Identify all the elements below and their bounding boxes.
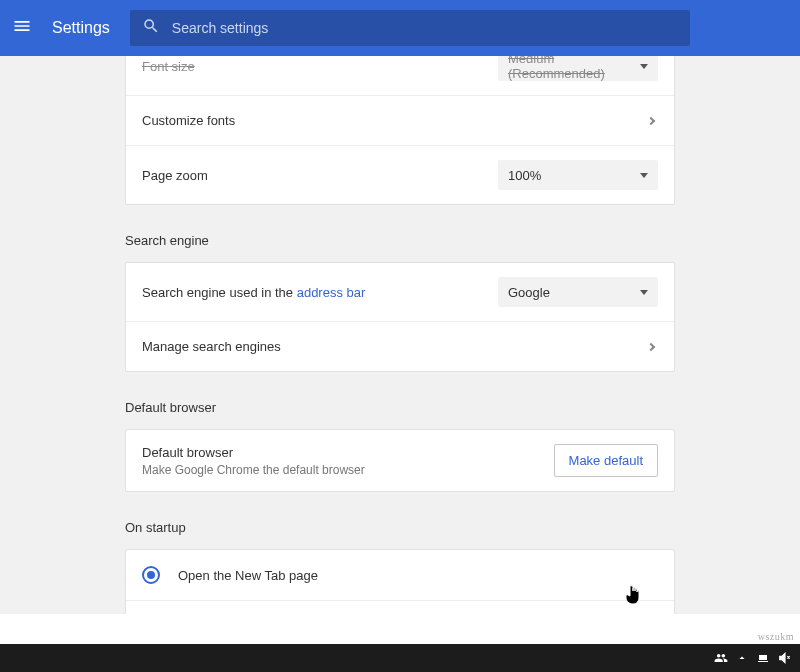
customize-fonts-row[interactable]: Customize fonts (126, 95, 674, 145)
search-engine-select[interactable]: Google (498, 277, 658, 307)
font-size-row[interactable]: Font size Medium (Recommended) (126, 56, 674, 95)
settings-scroll[interactable]: Font size Medium (Recommended) Customize… (0, 56, 800, 614)
chevron-right-icon (647, 342, 655, 350)
search-engine-card: Search engine used in the address bar Go… (125, 262, 675, 372)
search-icon (142, 17, 172, 39)
watermark: wszukm (758, 631, 794, 642)
default-browser-card: Default browser Make Google Chrome the d… (125, 429, 675, 492)
manage-search-engines-row[interactable]: Manage search engines (126, 321, 674, 371)
chevron-down-icon (640, 173, 648, 178)
startup-option-0[interactable]: Open the New Tab page (126, 550, 674, 600)
volume-mute-icon[interactable] (778, 651, 792, 665)
section-on-startup: On startup (125, 520, 675, 535)
default-browser-row: Default browser Make Google Chrome the d… (126, 430, 674, 491)
search-box[interactable] (130, 10, 690, 46)
startup-card: Open the New Tab page Continue where you… (125, 549, 675, 614)
chevron-down-icon (640, 64, 648, 69)
address-bar-link[interactable]: address bar (297, 285, 366, 300)
startup-option-1[interactable]: Continue where you left off (126, 600, 674, 614)
page-zoom-select[interactable]: 100% (498, 160, 658, 190)
menu-icon[interactable] (12, 16, 36, 40)
font-size-label: Font size (142, 59, 498, 74)
font-size-select[interactable]: Medium (Recommended) (498, 56, 658, 81)
network-icon[interactable] (756, 652, 770, 664)
people-icon[interactable] (714, 651, 728, 665)
section-default-browser: Default browser (125, 400, 675, 415)
appearance-card: Font size Medium (Recommended) Customize… (125, 56, 675, 205)
make-default-button[interactable]: Make default (554, 444, 658, 477)
search-input[interactable] (172, 20, 678, 36)
section-search-engine: Search engine (125, 233, 675, 248)
chevron-down-icon (640, 290, 648, 295)
chevron-right-icon (647, 116, 655, 124)
radio-icon[interactable] (142, 566, 160, 584)
page-zoom-row[interactable]: Page zoom 100% (126, 145, 674, 204)
page-title: Settings (52, 19, 110, 37)
taskbar (0, 644, 800, 672)
chevron-up-icon[interactable] (736, 652, 748, 664)
search-engine-used-row[interactable]: Search engine used in the address bar Go… (126, 263, 674, 321)
header-bar: Settings (0, 0, 800, 56)
